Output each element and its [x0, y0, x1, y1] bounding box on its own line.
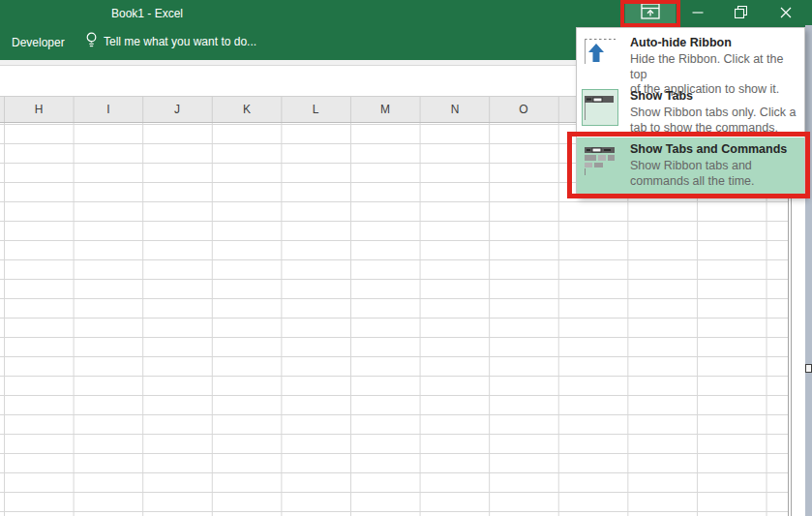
menu-item-show-tabs-and-commands[interactable]: Show Tabs and Commands Show Ribbon tabs …	[577, 137, 804, 195]
menu-item-description: Show Ribbon tabs and commands all the ti…	[630, 159, 798, 189]
column-header-h[interactable]: H	[4, 97, 74, 122]
tell-me-box[interactable]: Tell me what you want to do...	[85, 32, 256, 51]
menu-item-title: Show Tabs and Commands	[630, 142, 798, 156]
close-button[interactable]	[770, 0, 801, 27]
column-header-l[interactable]: L	[281, 97, 350, 122]
restore-button[interactable]	[725, 0, 756, 27]
window-title: Book1 - Excel	[111, 7, 183, 20]
show-tabs-icon	[582, 89, 618, 126]
menu-item-description: Show Ribbon tabs only. Click a tab to sh…	[630, 106, 798, 136]
ribbon-display-options-icon	[641, 3, 660, 23]
menu-item-title: Show Tabs	[630, 89, 798, 103]
minimize-button[interactable]	[682, 0, 713, 27]
show-tabs-and-commands-icon	[582, 142, 618, 179]
menu-item-auto-hide-ribbon[interactable]: Auto-hide Ribbon Hide the Ribbon. Click …	[577, 31, 804, 84]
minimize-icon	[692, 5, 704, 22]
restore-icon	[735, 5, 747, 22]
column-header-i[interactable]: I	[74, 97, 143, 122]
ribbon-display-options-button[interactable]	[625, 0, 676, 26]
auto-hide-ribbon-icon	[582, 36, 618, 73]
ribbon-display-options-menu: Auto-hide Ribbon Hide the Ribbon. Click …	[576, 27, 805, 197]
tell-me-label: Tell me what you want to do...	[104, 35, 256, 48]
right-edge-strip	[805, 25, 812, 516]
close-icon	[780, 5, 792, 22]
column-header-j[interactable]: J	[142, 97, 212, 122]
lightbulb-icon	[85, 32, 98, 51]
menu-item-show-tabs[interactable]: Show Tabs Show Ribbon tabs only. Click a…	[577, 84, 804, 137]
column-header-m[interactable]: M	[350, 97, 420, 122]
tab-developer[interactable]: Developer	[10, 33, 67, 52]
right-edge-handle	[805, 364, 812, 373]
column-header-n[interactable]: N	[420, 97, 490, 122]
menu-item-title: Auto-hide Ribbon	[630, 36, 798, 49]
column-header-k[interactable]: K	[212, 97, 282, 122]
excel-window: Book1 - Excel	[0, 0, 812, 516]
column-header-o[interactable]: O	[489, 97, 558, 122]
